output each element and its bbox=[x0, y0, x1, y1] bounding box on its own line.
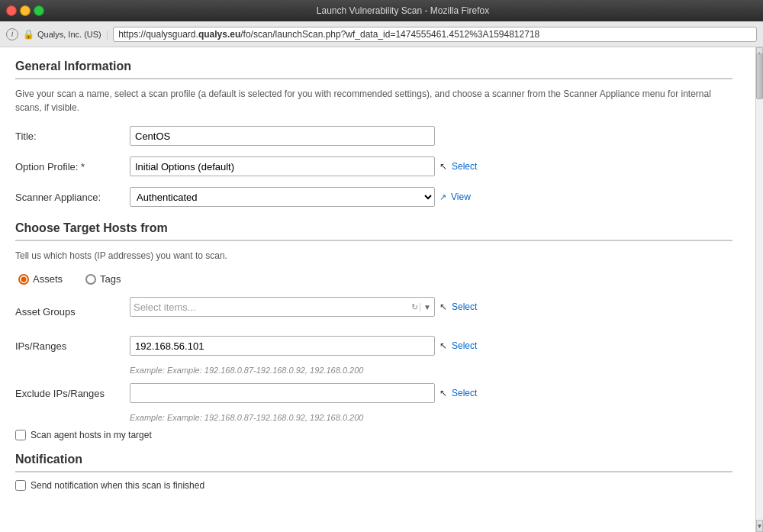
url-prefix: https://qualysguard. bbox=[118, 29, 198, 40]
dropdown-arrow-icon: ▼ bbox=[420, 303, 431, 311]
ips-control: ↖ Select bbox=[130, 336, 477, 356]
scrollbar-down[interactable]: ▼ bbox=[756, 520, 763, 532]
radio-assets-btn[interactable] bbox=[18, 274, 29, 285]
scrollbar[interactable]: ▲ ▼ bbox=[755, 47, 763, 532]
exclude-example-text: Example: bbox=[130, 413, 167, 422]
ips-example-value: Example: 192.168.0.87-192.168.0.92, 192.… bbox=[167, 366, 364, 375]
exclude-ips-select-link[interactable]: Select bbox=[452, 388, 477, 398]
ips-input[interactable] bbox=[130, 336, 435, 356]
page-content: General Information Give your scan a nam… bbox=[0, 47, 755, 532]
asset-groups-control: Select items... ↻ ▼ ↖ Select bbox=[130, 297, 477, 317]
title-label: Title: bbox=[15, 131, 130, 142]
radio-tags-item[interactable]: Tags bbox=[85, 273, 121, 285]
option-profile-input[interactable] bbox=[130, 156, 435, 176]
asset-groups-label: Asset Groups bbox=[15, 306, 130, 318]
notification-checkbox[interactable] bbox=[15, 480, 26, 491]
exclude-ips-input[interactable] bbox=[130, 383, 435, 403]
security-indicator: 🔒 Qualys, Inc. (US) bbox=[23, 29, 101, 40]
ips-ranges-label: IPs/Ranges bbox=[15, 340, 130, 352]
exclude-example-value: Example: 192.168.0.87-192.168.0.92, 192.… bbox=[167, 413, 364, 422]
main-content: General Information Give your scan a nam… bbox=[0, 47, 748, 515]
exclude-ips-row: Exclude IPs/Ranges ↖ Select bbox=[15, 382, 732, 404]
target-hosts-divider bbox=[15, 240, 732, 241]
window-title: Launch Vulnerability Scan - Mozilla Fire… bbox=[49, 5, 757, 16]
scan-agent-row: Scan agent hosts in my target bbox=[15, 430, 732, 440]
title-bar: Launch Vulnerability Scan - Mozilla Fire… bbox=[0, 0, 763, 21]
info-icon[interactable]: i bbox=[6, 28, 18, 40]
security-label: Qualys, Inc. (US) bbox=[37, 30, 101, 39]
exclude-control: ↖ Select bbox=[130, 383, 477, 403]
target-hosts-section: Choose Target Hosts from Tell us which h… bbox=[15, 221, 732, 440]
radio-tags-label: Tags bbox=[100, 273, 121, 285]
asset-groups-placeholder: Select items... bbox=[134, 301, 196, 313]
title-input[interactable] bbox=[130, 126, 435, 146]
exclude-ips-label: Exclude IPs/Ranges bbox=[15, 388, 130, 399]
minimize-button[interactable] bbox=[20, 5, 31, 16]
scanner-appliance-control: Authenticated ↗ View bbox=[130, 187, 471, 207]
general-info-title: General Information bbox=[15, 60, 732, 73]
asset-groups-row: Asset Groups Select items... ↻ ▼ ↖ Selec… bbox=[15, 297, 732, 326]
option-profile-label: Option Profile: * bbox=[15, 161, 130, 172]
notification-section: Notification Send notification when this… bbox=[15, 453, 732, 491]
address-bar: i 🔒 Qualys, Inc. (US) | https://qualysgu… bbox=[0, 21, 763, 47]
radio-assets-item[interactable]: Assets bbox=[18, 273, 63, 285]
address-divider: | bbox=[106, 28, 108, 40]
scan-agent-item: Scan agent hosts in my target bbox=[15, 430, 152, 440]
close-button[interactable] bbox=[6, 5, 17, 16]
cursor-icon-4: ↖ bbox=[439, 388, 447, 398]
option-profile-control: ↖ Select bbox=[130, 156, 477, 176]
host-source-radio-group: Assets Tags bbox=[18, 273, 732, 285]
asset-groups-multiselect[interactable]: Select items... ↻ ▼ bbox=[130, 297, 435, 317]
scan-agent-label: Scan agent hosts in my target bbox=[31, 430, 152, 440]
page-container: General Information Give your scan a nam… bbox=[0, 47, 763, 532]
scanner-view-link[interactable]: View bbox=[451, 192, 471, 202]
maximize-button[interactable] bbox=[34, 5, 44, 16]
target-hosts-title: Choose Target Hosts from bbox=[15, 221, 732, 235]
cursor-icon: ↖ bbox=[439, 161, 447, 172]
multiselect-icons: ↻ ▼ bbox=[411, 302, 431, 312]
ips-example: Example: Example: 192.168.0.87-192.168.0… bbox=[130, 366, 732, 375]
notification-label: Send notification when this scan is fini… bbox=[31, 480, 204, 491]
notification-row: Send notification when this scan is fini… bbox=[15, 480, 732, 491]
general-info-section: General Information Give your scan a nam… bbox=[15, 60, 732, 208]
lock-icon: 🔒 bbox=[23, 29, 34, 40]
notification-divider bbox=[15, 471, 732, 472]
ips-select-link[interactable]: Select bbox=[452, 340, 477, 351]
scanner-appliance-row: Scanner Appliance: Authenticated ↗ View bbox=[15, 186, 732, 208]
cursor-icon-2: ↖ bbox=[439, 301, 447, 312]
radio-assets-label: Assets bbox=[33, 273, 63, 285]
scanner-appliance-select[interactable]: Authenticated bbox=[130, 187, 435, 207]
notification-title: Notification bbox=[15, 453, 732, 466]
scan-agent-checkbox[interactable] bbox=[15, 430, 26, 440]
radio-tags-btn[interactable] bbox=[85, 274, 96, 285]
exclude-example: Example: Example: 192.168.0.87-192.168.0… bbox=[130, 413, 732, 422]
url-bar[interactable]: https://qualysguard.qualys.eu/fo/scan/la… bbox=[113, 27, 757, 42]
scrollbar-thumb[interactable] bbox=[756, 53, 763, 99]
general-info-divider bbox=[15, 78, 732, 79]
option-profile-select-link[interactable]: Select bbox=[452, 161, 477, 172]
asset-groups-select-link[interactable]: Select bbox=[452, 301, 477, 312]
window-controls bbox=[6, 5, 44, 16]
refresh-icon: ↻ bbox=[411, 302, 418, 312]
target-hosts-desc: Tell us which hosts (IP addresses) you w… bbox=[15, 249, 732, 263]
scanner-appliance-label: Scanner Appliance: bbox=[15, 192, 130, 203]
cursor-icon-3: ↖ bbox=[439, 340, 447, 351]
view-icon: ↗ bbox=[439, 192, 446, 202]
notification-item: Send notification when this scan is fini… bbox=[15, 480, 204, 491]
general-info-desc: Give your scan a name, select a scan pro… bbox=[15, 87, 732, 114]
title-control bbox=[130, 126, 435, 146]
url-domain: qualys.eu bbox=[198, 29, 240, 40]
ips-ranges-row: IPs/Ranges ↖ Select bbox=[15, 335, 732, 356]
ips-example-text: Example: bbox=[130, 366, 167, 375]
option-profile-row: Option Profile: * ↖ Select bbox=[15, 156, 732, 177]
url-path: /fo/scan/launchScan.php?wf_data_id=14745… bbox=[240, 29, 539, 40]
title-row: Title: bbox=[15, 125, 732, 147]
